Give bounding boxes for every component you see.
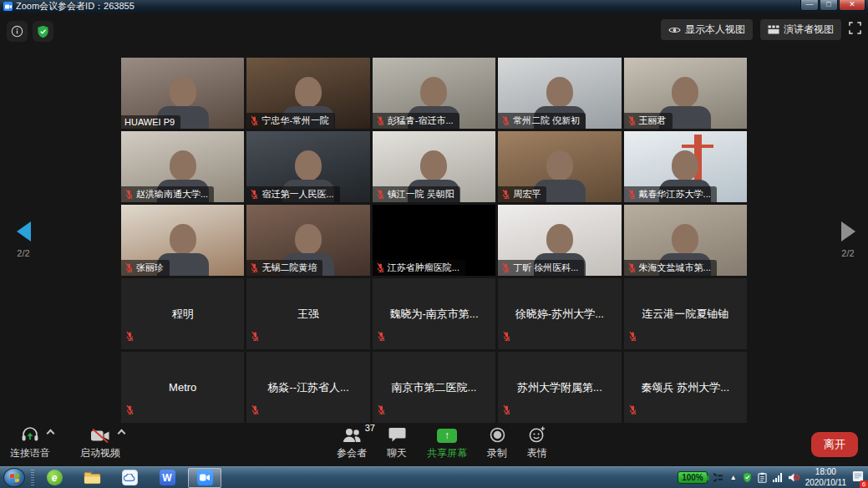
- participant-tile[interactable]: 戴春华江苏大学...: [624, 131, 747, 202]
- participants-label: 参会者: [337, 446, 367, 460]
- maximize-button[interactable]: □: [820, 0, 838, 11]
- participant-tile[interactable]: 彭猛青-宿迁市...: [373, 58, 495, 129]
- next-page-arrow-icon[interactable]: [841, 221, 855, 241]
- participant-tile[interactable]: 朱海文盐城市第...: [624, 205, 747, 276]
- taskbar-item-explorer[interactable]: [75, 468, 109, 488]
- participant-tile[interactable]: 连云港一院夏铀铀: [624, 278, 747, 349]
- share-screen-label: 共享屏幕: [427, 446, 467, 460]
- participant-tile[interactable]: 苏州大学附属第...: [498, 352, 621, 423]
- taskbar-item-wps[interactable]: W: [150, 468, 184, 488]
- participant-name: 魏晓为-南京市第...: [373, 278, 495, 349]
- participant-tile[interactable]: 程明: [121, 278, 244, 349]
- muted-mic-icon: [628, 331, 637, 342]
- participant-name-label: 周宏平: [498, 186, 546, 202]
- muted-mic-icon: [628, 404, 637, 415]
- chat-button[interactable]: 聊天: [387, 425, 407, 460]
- participant-tile[interactable]: 宁忠华-常州一院: [246, 58, 369, 129]
- participant-tile[interactable]: 王强: [246, 278, 369, 349]
- participant-tile[interactable]: 杨焱--江苏省人...: [246, 352, 369, 423]
- muted-mic-icon: [251, 404, 260, 415]
- clock-date: 2020/10/11: [805, 478, 846, 488]
- headset-icon: [21, 426, 39, 443]
- meeting-toolbar: 连接语音 启动视频 37 参会者: [0, 422, 868, 466]
- join-audio-button[interactable]: 连接语音: [10, 425, 50, 460]
- folder-icon: [84, 470, 101, 485]
- fullscreen-button[interactable]: [849, 22, 861, 38]
- muted-mic-icon: [627, 115, 637, 126]
- leave-meeting-button[interactable]: 离开: [811, 432, 858, 457]
- participant-video: [170, 150, 196, 180]
- participant-name: 镇江一院 吴朝阳: [388, 188, 454, 201]
- notification-tray-icon[interactable]: 6: [852, 470, 864, 485]
- taskbar-item-cloud[interactable]: [113, 468, 146, 488]
- meeting-info-button[interactable]: [7, 21, 28, 42]
- participant-name: 王丽君: [639, 114, 667, 127]
- muted-mic-icon: [250, 189, 259, 200]
- tray-shield-icon[interactable]: [743, 472, 752, 483]
- participant-tile[interactable]: 王丽君: [624, 58, 747, 129]
- speaker-muted-icon[interactable]: [788, 472, 799, 483]
- speaker-view-button[interactable]: 演讲者视图: [760, 19, 841, 40]
- participant-name-label: 王丽君: [624, 113, 673, 129]
- muted-mic-icon: [125, 404, 135, 415]
- chat-bubble-icon: [388, 427, 406, 443]
- minimize-button[interactable]: —: [800, 0, 819, 11]
- participant-tile[interactable]: 镇江一院 吴朝阳: [373, 131, 495, 202]
- participant-tile[interactable]: 徐晓婷-苏州大学...: [498, 278, 621, 349]
- reactions-button[interactable]: 表情: [527, 425, 547, 460]
- participant-tile[interactable]: 赵洪瑜南通大学...: [121, 131, 244, 202]
- participant-tile[interactable]: 江苏省肿瘤医院...: [373, 205, 495, 276]
- close-button[interactable]: ✕: [839, 0, 865, 11]
- muted-mic-icon: [124, 189, 134, 200]
- participant-tile[interactable]: 无锡二院黄培: [246, 205, 369, 276]
- video-options-chevron-icon[interactable]: [118, 430, 126, 438]
- participant-name-label: 镇江一院 吴朝阳: [373, 186, 460, 202]
- participant-tile[interactable]: 周宏平: [498, 131, 621, 202]
- participant-name: 王强: [246, 278, 369, 349]
- network-signal-icon[interactable]: [773, 473, 782, 482]
- participant-video: [170, 224, 196, 254]
- notification-count-badge: 6: [860, 480, 868, 488]
- participant-tile[interactable]: 魏晓为-南京市第...: [373, 278, 495, 349]
- window-title: Zoom会议参会者ID：263855: [16, 0, 135, 13]
- share-screen-button[interactable]: ↑ 共享屏幕: [427, 425, 467, 460]
- participant-tile[interactable]: 南京市第二医院...: [373, 352, 495, 423]
- meeting-content: 显示本人视图 演讲者视图 HUAWEI P9宁忠华-常州一院彭猛青-宿迁市...…: [0, 13, 868, 466]
- participant-tile[interactable]: 张丽珍: [121, 205, 244, 276]
- participants-button[interactable]: 37 参会者: [337, 425, 367, 460]
- participant-video: [295, 150, 322, 180]
- taskbar-item-browser[interactable]: e: [38, 468, 71, 488]
- muted-mic-icon: [501, 115, 510, 126]
- participant-name-label: 江苏省肿瘤医院...: [373, 260, 465, 276]
- participant-name: 常州二院 倪新初: [513, 114, 580, 127]
- participant-name: 杨焱--江苏省人...: [246, 352, 369, 423]
- participant-name: 程明: [121, 278, 244, 349]
- battery-indicator[interactable]: 100%: [678, 471, 708, 484]
- participant-tile[interactable]: 秦颂兵 苏州大学...: [624, 352, 747, 423]
- taskbar-clock[interactable]: 18:00 2020/10/11: [805, 467, 846, 488]
- record-button[interactable]: 录制: [487, 425, 507, 460]
- participant-tile[interactable]: 宿迁第一人民医...: [246, 131, 369, 202]
- previous-page-arrow-icon[interactable]: [17, 221, 31, 241]
- start-video-button[interactable]: 启动视频: [80, 425, 120, 460]
- speaker-view-label: 演讲者视图: [784, 23, 834, 37]
- participant-name-label: 宁忠华-常州一院: [246, 113, 335, 129]
- show-self-view-button[interactable]: 显示本人视图: [661, 19, 753, 40]
- hidden-icons-arrow[interactable]: ▲: [730, 474, 737, 481]
- participant-tile[interactable]: HUAWEI P9: [121, 58, 244, 129]
- muted-mic-icon: [376, 189, 385, 200]
- participant-tile[interactable]: Metro: [121, 352, 244, 423]
- security-shield-button[interactable]: [33, 21, 53, 42]
- tray-clipboard-icon[interactable]: [758, 472, 767, 483]
- participant-tile[interactable]: 丁昕 徐州医科...: [498, 205, 621, 276]
- participant-tile[interactable]: 常州二院 倪新初: [498, 58, 621, 129]
- participant-video: [672, 224, 698, 254]
- muted-mic-icon: [250, 115, 259, 126]
- audio-options-chevron-icon[interactable]: [47, 430, 55, 438]
- chat-label: 聊天: [387, 446, 407, 460]
- participant-video: [546, 77, 573, 107]
- participants-icon: [342, 428, 362, 443]
- muted-mic-icon: [501, 262, 510, 273]
- taskbar-item-zoom[interactable]: [188, 468, 221, 488]
- start-button[interactable]: [3, 468, 25, 487]
